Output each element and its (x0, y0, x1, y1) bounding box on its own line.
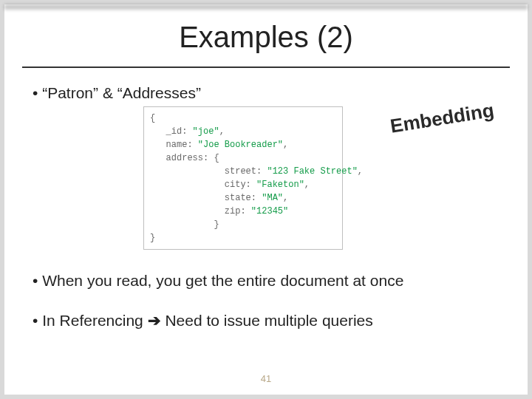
code-l4-key: address: { (150, 153, 219, 163)
bullet-marker: • (33, 84, 42, 101)
bullet-3: • In Referencing ➔ Need to issue multipl… (33, 312, 373, 330)
code-l5-val: "123 Fake Street" (267, 166, 357, 177)
bullet-2-text: When you read, you get the entire docume… (42, 272, 403, 289)
code-example: { _id: "joe", name: "Joe Bookreader", ad… (143, 106, 343, 250)
code-l2-val: "joe" (193, 126, 219, 137)
code-l6-key: city: (150, 180, 256, 190)
code-l5-comma: , (358, 166, 363, 177)
code-l1: { (150, 113, 155, 123)
bullet-1: • “Patron” & “Addresses” (33, 84, 201, 102)
bullet-1-text: “Patron” & “Addresses” (42, 84, 201, 101)
code-l2-key: _id: (150, 126, 193, 137)
bullet-2: • When you read, you get the entire docu… (33, 272, 403, 290)
slide-title: Examples (2) (4, 21, 528, 54)
code-l8-val: "12345" (251, 206, 288, 216)
code-l3-val: "Joe Bookreader" (198, 140, 283, 150)
code-l8-key: zip: (150, 206, 251, 216)
bullet-3-part2: Need to issue multiple queries (161, 312, 373, 329)
code-l6-comma: , (304, 180, 310, 190)
code-l6-val: "Faketon" (256, 180, 304, 190)
arrow-icon: ➔ (148, 312, 161, 329)
code-l9: } (150, 219, 219, 230)
code-l10: } (150, 233, 155, 243)
page-number: 41 (4, 373, 528, 384)
embedding-annotation: Embedding (389, 99, 496, 138)
top-shadow (4, 4, 528, 10)
title-rule (22, 66, 510, 68)
code-l7-key: state: (150, 193, 262, 203)
code-l3-key: name: (150, 140, 198, 150)
code-l3-comma: , (283, 140, 288, 150)
bullet-3-part1: In Referencing (42, 312, 147, 329)
code-l7-comma: , (283, 193, 288, 203)
code-l7-val: "MA" (262, 193, 283, 203)
code-l2-comma: , (219, 126, 225, 137)
code-l5-key: street: (150, 166, 267, 177)
bullet-marker: • (33, 312, 42, 329)
slide: Examples (2) • “Patron” & “Addresses” { … (0, 0, 532, 399)
bullet-marker: • (33, 272, 42, 289)
